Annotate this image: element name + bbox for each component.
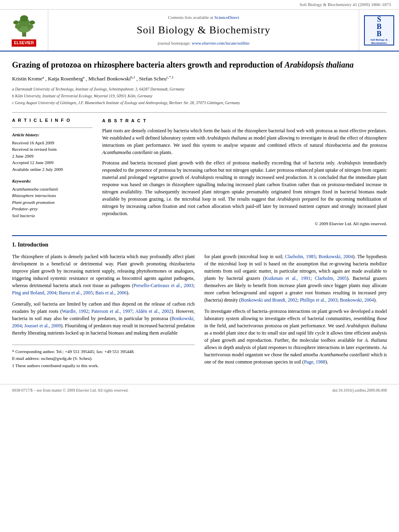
keywords-section: Keywords: Acanthamoeba castellanii Rhizo…	[12, 178, 93, 219]
elsevier-wordmark: ELSEVIER	[12, 39, 36, 47]
journal-title-area: Contents lists available at ScienceDirec…	[48, 10, 359, 51]
elsevier-logo: ELSEVIER	[8, 14, 40, 47]
ref-persello[interactable]: Persello-Cartieaux et al., 2003	[134, 283, 193, 288]
affiliations: a Darmstadt University of Technology, In…	[12, 86, 387, 106]
svg-point-3	[20, 15, 28, 22]
ref-jousset[interactable]: Jousset et al., 2009	[24, 323, 61, 329]
authors-line: Kristin Kromea , Katja Rosenberga , Mich…	[12, 75, 387, 83]
elsevier-tree-icon	[8, 14, 40, 38]
revised-date: 2 June 2009	[12, 153, 93, 160]
bottom-bar: 0038-0717/$ – see front matter © 2009 El…	[0, 384, 399, 396]
intro-col-left: The rhizosphere of plants is densely pac…	[12, 253, 195, 370]
ref-page[interactable]: Page, 1988	[304, 359, 325, 365]
received-date: Received 16 April 2009	[12, 140, 93, 146]
citation-bar: Soil Biology & Biochemistry 41 (2009) 18…	[0, 0, 399, 10]
ref-bonkowski04b[interactable]: Bonkowski, 2004	[319, 254, 353, 259]
intro-left-para2: Generally, soil bacteria are limited by …	[12, 300, 195, 337]
article-title: Grazing of protozoa on rhizosphere bacte…	[12, 60, 387, 70]
journal-badge-area: SBB Soil Biology &Biochemistry	[359, 10, 399, 51]
sciencedirect-line: Contents lists available at ScienceDirec…	[168, 14, 239, 21]
journal-badge: SBB Soil Biology &Biochemistry	[364, 15, 394, 45]
elsevier-logo-area: ELSEVIER	[0, 10, 48, 51]
journal-header: ELSEVIER Contents lists available at Sci…	[0, 10, 399, 51]
ref-paterson[interactable]: Paterson et al., 1997	[91, 308, 132, 314]
intro-two-col: The rhizosphere of plants is densely pac…	[12, 253, 387, 370]
affil-a: a Darmstadt University of Technology, In…	[12, 86, 387, 92]
affil-b: b Köln University, Institute of Terrestr…	[12, 93, 387, 99]
abstract-section: A B S T R A C T Plant roots are densely …	[102, 117, 387, 227]
journal-title: Soil Biology & Biochemistry	[137, 23, 271, 37]
intro-right-para1: for plant growth (microbial loop in soil…	[204, 253, 387, 304]
badge-text: Soil Biology &Biochemistry	[370, 38, 388, 45]
accepted-date: Accepted 12 June 2009	[12, 159, 93, 166]
ref-bonbrandt[interactable]: Bonkowski and Brandt, 2002	[241, 297, 298, 303]
divider-info	[12, 127, 93, 128]
article-body: A R T I C L E I N F O Article history: R…	[12, 117, 387, 227]
ref-clarholm85[interactable]: Clarholm, 1985	[285, 254, 315, 259]
ref-bais[interactable]: Bais et al., 2006	[95, 290, 127, 296]
keyword-1: Acanthamoeba castellanii	[12, 186, 93, 193]
footnote-1: 1 These authors contributed equally to t…	[12, 362, 195, 370]
svg-point-5	[27, 24, 33, 29]
copyright-text: © 2009 Elsevier Ltd. All rights reserved…	[102, 220, 387, 227]
svg-point-6	[13, 21, 19, 25]
journal-homepage: journal homepage: www.elsevier.com/locat…	[158, 40, 249, 46]
available-date: Available online 2 July 2009	[12, 166, 93, 173]
introduction-section: 1. Introduction The rhizosphere of plant…	[12, 235, 387, 370]
homepage-link[interactable]: www.elsevier.com/locate/soilbio	[192, 41, 249, 45]
divider-1	[12, 112, 387, 113]
issn-text: 0038-0717/$ – see front matter © 2009 El…	[12, 388, 128, 393]
keyword-3: Plant growth promotion	[12, 199, 93, 206]
ref-alden[interactable]: Aldén et al., 2002	[135, 308, 171, 314]
article-history-title: Article history:	[12, 132, 93, 138]
ref-wardle[interactable]: Wardle, 1992	[62, 308, 88, 314]
abstract-title: A B S T R A C T	[102, 117, 387, 124]
ref-clarholm05[interactable]: Clarholm, 2005	[315, 275, 347, 281]
doi-text: doi:10.1016/j.soilbio.2009.06.008	[332, 388, 387, 393]
ref-barea[interactable]: Barea et al., 2005	[59, 290, 93, 296]
abstract-para1: Plant roots are densely colonized by bac…	[102, 127, 387, 156]
svg-point-7	[29, 21, 35, 25]
main-content: Grazing of protozoa on rhizosphere bacte…	[0, 51, 399, 377]
abstract-para2: Protozoa and bacteria increased plant gr…	[102, 159, 387, 217]
revised-label: Received in revised form	[12, 146, 93, 153]
footer-notes: * Corresponding author. Tel.: +49 551 39…	[12, 345, 195, 370]
intro-left-para1: The rhizosphere of plants is densely pac…	[12, 253, 195, 296]
intro-right-para2: To investigate effects of bacteria–proto…	[204, 308, 387, 366]
ref-bonkowski04c[interactable]: Bonkowski, 2004	[340, 297, 374, 303]
footnote-corresponding: * Corresponding author. Tel.: +49 551 39…	[12, 348, 195, 355]
badge-letters: SBB	[376, 16, 381, 37]
ref-phillips[interactable]: Phillips et al., 2003	[300, 297, 337, 303]
citation-text: Soil Biology & Biochemistry 41 (2009) 18…	[300, 2, 391, 7]
article-info-panel: A R T I C L E I N F O Article history: R…	[12, 117, 93, 227]
affil-c: c Georg August University of Göttingen, …	[12, 100, 387, 106]
keyword-4: Predator–prey	[12, 205, 93, 212]
intro-heading: 1. Introduction	[12, 241, 387, 249]
ref-kuikman[interactable]: Kuikman et al., 1991	[265, 275, 311, 281]
keyword-2: Rhizosphere interactions	[12, 192, 93, 199]
article-info-title: A R T I C L E I N F O	[12, 117, 93, 123]
ref-ping[interactable]: Ping and Boland, 2004	[12, 290, 56, 296]
intro-col-right: for plant growth (microbial loop in soil…	[204, 253, 387, 370]
keywords-title: Keywords:	[12, 178, 93, 184]
keyword-5: Soil bacteria	[12, 212, 93, 219]
footnote-email: E-mail address: sscheu@gwdg.de (S. Scheu…	[12, 355, 195, 362]
abstract-text: Plant roots are densely colonized by bac…	[102, 127, 387, 227]
svg-point-4	[15, 24, 21, 29]
sciencedirect-link[interactable]: ScienceDirect	[214, 15, 239, 20]
